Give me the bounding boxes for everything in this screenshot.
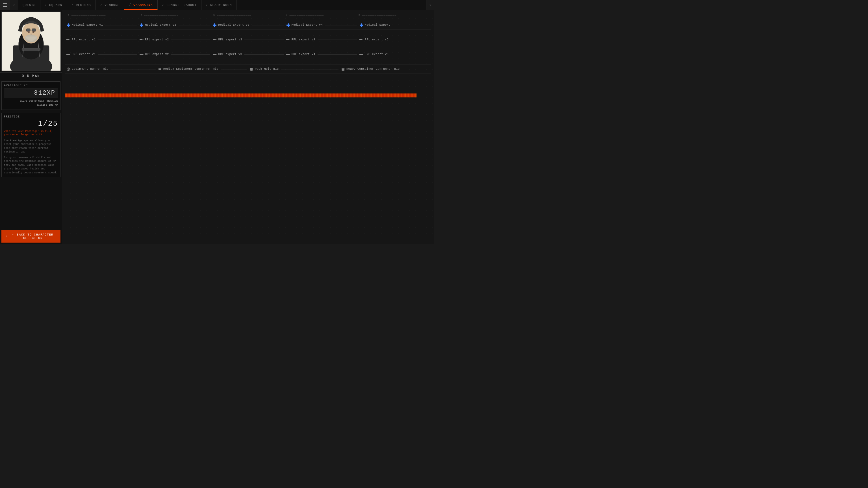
medical-icon-v2 [139, 23, 144, 27]
xp-panel: AVAILABLE XP 312XP TO NEXT PRESTIGE 312/… [1, 82, 60, 110]
skill-name-medical-v2: Medical Expert v2 [145, 24, 176, 27]
hamburger-icon [3, 3, 7, 7]
nav-item-combat-loadout[interactable]: / COMBAT LOADOUT [158, 0, 202, 10]
spacer-1 [65, 30, 431, 35]
nav-item-ready-room[interactable]: / READY ROOM [202, 0, 237, 10]
skill-medical-v4[interactable]: Medical Expert v4 [285, 23, 358, 27]
skill-bar-medical-v2 [179, 25, 211, 25]
skill-name-rfl-v5: RFL expert v5 [365, 38, 389, 41]
skill-bar-medium-gunrunner [221, 69, 247, 69]
svg-rect-27 [360, 25, 363, 26]
rig-icon-1 [66, 67, 71, 71]
skill-hrf-v3[interactable]: HRF expert v3 [211, 52, 284, 57]
hrf-icon-v4 [286, 52, 290, 57]
svg-rect-29 [69, 39, 70, 40]
main-layout: OLD MAN AVAILABLE XP 312XP TO NEXT PREST… [0, 10, 434, 244]
nav-items: QUESTS / SQUADS / REGIONS / VENDORS / CH… [18, 0, 426, 10]
skill-bar-equipment-runner [111, 69, 155, 69]
nav-bar: ‹ QUESTS / SQUADS / REGIONS / VENDORS / … [0, 0, 434, 10]
svg-rect-37 [360, 39, 362, 40]
skill-medical-v2[interactable]: Medical Expert v2 [138, 23, 211, 27]
rfl-expert-row: RFL expert v1 RFL expert v2 RFL expert v… [65, 35, 431, 44]
nav-quests-label: QUESTS [23, 3, 36, 7]
skill-hrf-v2[interactable]: HRF expert v2 [138, 52, 211, 57]
nav-character-label: CHARACTER [133, 3, 153, 6]
rig-icon-3 [249, 67, 254, 71]
skill-hrf-v1[interactable]: HRF expert v1 [65, 52, 138, 57]
skill-bar-rfl-v1 [98, 39, 137, 40]
svg-rect-43 [140, 54, 143, 55]
medical-icon-v5 [359, 23, 364, 27]
svg-rect-41 [67, 55, 67, 55]
svg-rect-45 [140, 55, 141, 55]
nav-item-regions[interactable]: / REGIONS [67, 0, 96, 10]
skill-name-rfl-v2: RFL expert v2 [145, 38, 169, 41]
to-next-prestige-value: 312/8,000 [20, 99, 34, 103]
medical-icon-v3 [213, 23, 217, 27]
svg-rect-34 [216, 39, 217, 40]
skill-medical-v3[interactable]: Medical Expert v3 [211, 23, 284, 27]
menu-button[interactable] [0, 0, 10, 10]
nav-prev-button[interactable]: ‹ [10, 0, 18, 10]
svg-rect-40 [70, 54, 70, 55]
xp-detail: TO NEXT PRESTIGE 312/8,000 LIFETIME XP 3… [4, 99, 58, 107]
left-panel: OLD MAN AVAILABLE XP 312XP TO NEXT PREST… [0, 10, 62, 244]
hrf-expert-row: HRF expert v1 HRF expert v2 HRF expert v… [65, 50, 431, 59]
skill-name-medical-v1: Medical Expert v1 [72, 24, 103, 27]
xp-value: 312XP [4, 88, 58, 98]
skill-heavy-container-gunrunner[interactable]: Heavy Container Gunrunner Rig [340, 67, 431, 71]
skill-hrf-v4[interactable]: HRF expert v4 [285, 52, 358, 57]
skill-medium-gunrunner-rig[interactable]: Medium Equipment Gunrunner Rig [157, 67, 248, 71]
nav-item-quests[interactable]: QUESTS [18, 0, 40, 10]
skill-pack-mule-rig[interactable]: Pack Mule Rig [248, 67, 340, 71]
skill-name-rfl-v4: RFL expert v4 [291, 38, 316, 41]
svg-rect-47 [213, 54, 216, 55]
skill-medical-v1[interactable]: Medical Expert v1 [65, 23, 138, 27]
nav-item-squads[interactable]: / SQUADS [40, 0, 67, 10]
xp-progress-bar [65, 94, 416, 97]
svg-rect-57 [159, 68, 161, 69]
hrf-icon-v2 [139, 52, 144, 57]
svg-rect-17 [22, 48, 40, 51]
nav-item-character[interactable]: / CHARACTER [124, 0, 157, 10]
prestige-label: PRESTIGE [4, 115, 58, 118]
skill-rfl-v3[interactable]: RFL expert v3 [211, 38, 284, 42]
svg-rect-51 [360, 54, 363, 55]
skill-rfl-v4[interactable]: RFL expert v4 [285, 38, 358, 42]
svg-rect-19 [67, 25, 70, 26]
medical-icon [66, 23, 71, 27]
skill-bar-pack-mule [281, 69, 339, 69]
skill-rfl-v5[interactable]: RFL expert v5 [358, 38, 431, 42]
nav-next-button[interactable]: › [426, 0, 434, 10]
rig-icon-4 [341, 67, 345, 71]
skill-bar-rfl-v3 [244, 39, 284, 40]
skill-bar-medical-v4 [325, 25, 357, 25]
tier-3-label: 3 ——————————————————— [213, 14, 286, 17]
svg-rect-48 [216, 54, 217, 55]
back-to-character-selection-button[interactable]: ‹ < BACK TO CHARACTER SELECTION [1, 230, 60, 242]
rig-icon-2 [158, 67, 162, 71]
svg-rect-32 [143, 39, 144, 40]
svg-rect-42 [69, 55, 69, 55]
skill-bar-hrf-v1 [98, 54, 137, 55]
svg-rect-44 [143, 54, 144, 55]
nav-item-vendors[interactable]: / VENDORS [96, 0, 125, 10]
medical-icon-v4 [286, 23, 290, 27]
prestige-desc-1: The Prestige system allows you to reset … [4, 139, 58, 154]
tier-header: 1 ——————————————————— 2 ————————————————… [65, 13, 431, 19]
skill-hrf-v5[interactable]: HRF expert v5 [358, 52, 431, 57]
skill-rfl-v1[interactable]: RFL expert v1 [65, 38, 138, 42]
prestige-panel: PRESTIGE 1/25 When 'To Next Prestige' is… [1, 113, 60, 177]
skills-area: 1 ——————————————————— 2 ————————————————… [65, 13, 431, 97]
skill-name-hrf-v4: HRF expert v4 [291, 53, 316, 56]
svg-rect-62 [342, 68, 344, 69]
rifle-icon-v2 [139, 38, 144, 42]
skill-bar-rfl-v2 [171, 39, 211, 40]
skill-equipment-runner-rig[interactable]: Equipment Runner Rig [65, 67, 157, 71]
spacer-2 [65, 44, 431, 50]
skill-rfl-v2[interactable]: RFL expert v2 [138, 38, 211, 42]
skill-bar-medical-v3 [252, 25, 284, 25]
rig-row: Equipment Runner Rig Medium Equipment Gu… [65, 65, 431, 74]
rifle-icon-v5 [359, 38, 364, 42]
skill-medical-v5[interactable]: Medical Expert [358, 23, 431, 27]
